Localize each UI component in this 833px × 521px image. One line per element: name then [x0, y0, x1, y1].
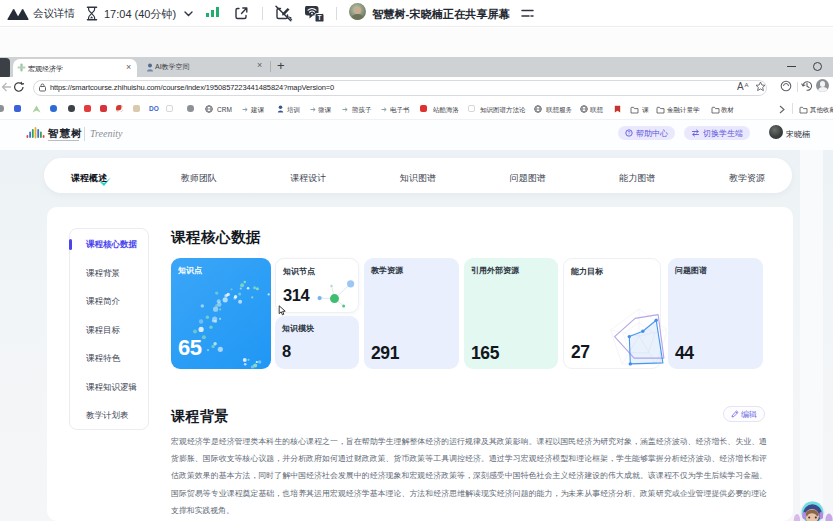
svg-text:T: T: [318, 14, 322, 21]
svg-text:A: A: [745, 82, 749, 88]
svg-text:?: ?: [628, 130, 631, 136]
svg-text:A: A: [737, 81, 744, 91]
